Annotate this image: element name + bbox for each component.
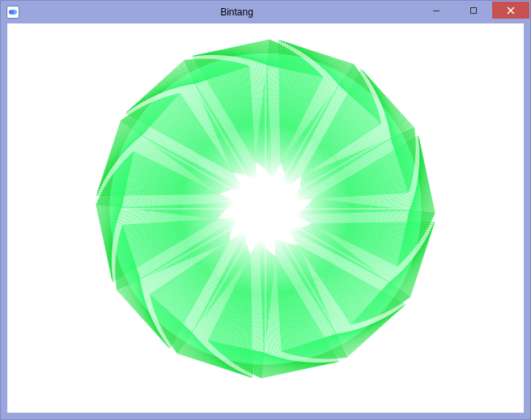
close-button[interactable] — [492, 2, 529, 19]
app-icon — [6, 6, 19, 19]
titlebar[interactable]: Bintang — [1, 1, 530, 23]
minimize-button[interactable] — [418, 2, 455, 19]
client-area — [7, 23, 524, 413]
caption-buttons — [418, 2, 529, 19]
svg-rect-1 — [471, 7, 477, 13]
star-graphic — [7, 23, 524, 413]
app-window: Bintang — [0, 0, 531, 420]
maximize-button[interactable] — [455, 2, 492, 19]
